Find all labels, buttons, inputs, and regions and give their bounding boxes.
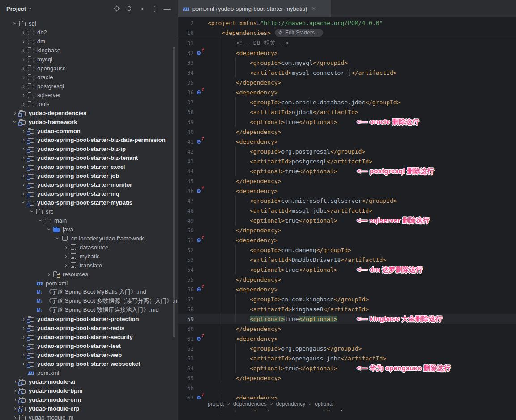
tree-chevron-icon[interactable]: › [20, 38, 27, 44]
tree-item[interactable]: ›M↓《芋道 Spring Boot MyBatis 入门》.md [0, 287, 178, 296]
tree-chevron-icon[interactable]: › [21, 199, 27, 206]
tree-item[interactable]: ›cn.iocoder.yudao.framework [0, 234, 178, 243]
tree-chevron-icon[interactable]: › [20, 29, 27, 35]
tree-item[interactable]: ›tools [0, 99, 178, 108]
tree-item[interactable]: ›yudao-spring-boot-starter-mybatis [0, 198, 178, 207]
code-line[interactable]: 62<groupId>org.opengauss</groupId> [178, 343, 516, 353]
tree-item[interactable]: ›java [0, 225, 178, 234]
tree-item[interactable]: ›yudao-spring-boot-starter-web [0, 350, 178, 359]
code-line[interactable]: 32↑<dependency> [178, 48, 516, 58]
code-line[interactable]: 50</dependency> [178, 225, 516, 235]
dependency-update-gutter-icon[interactable]: ↑ [194, 138, 206, 145]
tree-item[interactable]: ›yudao-spring-boot-starter-test [0, 341, 178, 350]
tree-item[interactable]: ›yudao-module-erp [0, 404, 178, 413]
code-line[interactable]: 38<artifactId>ojdbc8</artifactId> [178, 107, 516, 117]
project-panel-title[interactable]: Project [6, 5, 26, 12]
code-line[interactable]: 42<groupId>org.postgresql</groupId> [178, 146, 516, 156]
code-line[interactable]: 52<groupId>com.dameng</groupId> [178, 245, 516, 255]
close-icon[interactable]: × [312, 5, 316, 12]
tree-chevron-icon[interactable]: › [20, 181, 27, 188]
tree-item[interactable]: ›resources [0, 270, 178, 279]
tree-chevron-icon[interactable]: › [20, 351, 27, 358]
tree-item[interactable]: ›yudao-module-crm [0, 395, 178, 404]
code-line[interactable]: 60</dependency> [178, 324, 516, 334]
code-line[interactable]: 31<!-- DB 相关 --> [178, 38, 516, 48]
tree-item[interactable]: ›src [0, 207, 178, 216]
tree-item[interactable]: ›yudao-spring-boot-starter-protection [0, 314, 178, 323]
tree-item[interactable]: ›yudao-spring-boot-starter-excel [0, 162, 178, 171]
dependency-update-gutter-icon[interactable]: ↑ [194, 50, 206, 56]
tree-chevron-icon[interactable]: › [20, 83, 27, 89]
locate-icon[interactable] [113, 5, 120, 12]
tree-item[interactable]: ›db2 [0, 28, 178, 37]
tree-chevron-icon[interactable]: › [20, 128, 27, 134]
tree-chevron-icon[interactable]: › [11, 378, 19, 385]
breadcrumb-item[interactable]: optional [315, 401, 333, 407]
tree-item[interactable]: ›opengauss [0, 64, 178, 73]
hide-panel-icon[interactable]: — [163, 5, 171, 12]
tree-item[interactable]: ›yudao-spring-boot-starter-job [0, 171, 178, 180]
dependency-update-gutter-icon[interactable]: ↑ [194, 286, 206, 292]
project-tree-scrollbar[interactable] [173, 47, 175, 337]
tree-chevron-icon[interactable]: › [20, 334, 27, 340]
tree-item[interactable]: ›yudao-spring-boot-starter-monitor [0, 180, 178, 189]
code-line[interactable]: 40</dependency> [178, 127, 516, 137]
code-line[interactable]: 55</dependency> [178, 274, 516, 284]
tree-item[interactable]: ›yudao-spring-boot-starter-biz-data-perm… [0, 135, 178, 144]
dependency-update-gutter-icon[interactable]: ↑ [194, 89, 206, 95]
code-line[interactable]: 37<groupId>com.oracle.database.jdbc</gro… [178, 97, 516, 107]
tree-item[interactable]: ›main [0, 216, 178, 225]
tree-chevron-icon[interactable]: › [20, 343, 27, 349]
tree-chevron-icon[interactable]: › [20, 47, 27, 53]
code-line[interactable]: 49<optional>true</optional><— sqlserver … [178, 215, 516, 225]
tree-chevron-icon[interactable]: › [62, 244, 70, 250]
tree-chevron-icon[interactable]: › [62, 262, 70, 268]
tree-item[interactable]: ›yudao-module-im [0, 413, 178, 420]
tree-item[interactable]: ›yudao-dependencies [0, 108, 178, 117]
tree-item[interactable]: ›yudao-module-bpm [0, 386, 178, 395]
tree-chevron-icon[interactable]: › [20, 74, 27, 80]
tree-chevron-icon[interactable]: › [29, 208, 35, 215]
code-line[interactable]: 64<optional>true</optional><— 华为 opengau… [178, 363, 516, 373]
tree-chevron-icon[interactable]: › [38, 217, 44, 224]
tree-chevron-icon[interactable]: › [11, 396, 19, 403]
code-line[interactable]: 59<optional>true</optional><— kingbase 大… [178, 314, 516, 324]
code-line[interactable]: 48<artifactId>mssql-jdbc</artifactId> [178, 206, 516, 215]
code-line[interactable]: 47<groupId>com.microsoft.sqlserver</grou… [178, 196, 516, 206]
code-line[interactable]: 46↑<dependency> [178, 186, 516, 196]
tree-item[interactable]: ›datasource [0, 243, 178, 252]
tree-item[interactable]: ›M↓《芋道 Spring Boot 数据库连接池入门》.md [0, 305, 178, 314]
tree-item[interactable]: ›mpom.xml [0, 279, 178, 287]
code-line[interactable]: 56↑<dependency> [178, 284, 516, 294]
code-line[interactable]: 51↑<dependency> [178, 235, 516, 245]
tree-chevron-icon[interactable]: › [11, 387, 19, 394]
code-line[interactable]: 45</dependency> [178, 176, 516, 186]
tree-item[interactable]: ›yudao-spring-boot-starter-security [0, 332, 178, 341]
code-line[interactable]: 61↑<dependency> [178, 334, 516, 343]
tree-chevron-icon[interactable]: › [20, 316, 27, 322]
tree-item[interactable]: ›kingbase [0, 46, 178, 55]
tree-item[interactable]: ›yudao-module-ai [0, 377, 178, 386]
code-line[interactable]: 33<groupId>com.mysql</groupId> [178, 58, 516, 68]
tree-item[interactable]: ›sql [0, 19, 178, 28]
tree-chevron-icon[interactable]: › [62, 253, 70, 259]
code-line[interactable]: 35</dependency> [178, 77, 516, 87]
tree-chevron-icon[interactable]: › [20, 190, 27, 197]
tree-item[interactable]: ›yudao-common [0, 126, 178, 135]
tree-item[interactable]: ›postgresql [0, 81, 178, 90]
code-line[interactable]: 39<optional>true</optional><— oracle 删除这… [178, 117, 516, 127]
tree-item[interactable]: ›yudao-spring-boot-starter-redis [0, 323, 178, 332]
tree-chevron-icon[interactable]: › [45, 271, 53, 277]
tree-chevron-icon[interactable]: › [20, 154, 27, 161]
tree-item[interactable]: ›M↓《芋道 Spring Boot 多数据源（读写分离）入门》.md [0, 296, 178, 305]
tree-item[interactable]: ›yudao-spring-boot-starter-websocket [0, 359, 178, 368]
code-line[interactable]: 63<artifactId>opengauss-jdbc</artifactId… [178, 353, 516, 363]
tree-item[interactable]: ›yudao-spring-boot-starter-biz-ip [0, 144, 178, 153]
expand-all-icon[interactable] [126, 5, 133, 12]
tree-item[interactable]: ›dm [0, 37, 178, 46]
tree-chevron-icon[interactable]: › [12, 20, 18, 27]
code-line[interactable]: 18<dependencies>Edit Starters... [178, 28, 516, 38]
tree-item[interactable]: ›mybatis [0, 252, 178, 261]
code-line[interactable]: 43<artifactId>postgresql</artifactId> [178, 156, 516, 166]
tree-chevron-icon[interactable]: › [20, 65, 27, 71]
